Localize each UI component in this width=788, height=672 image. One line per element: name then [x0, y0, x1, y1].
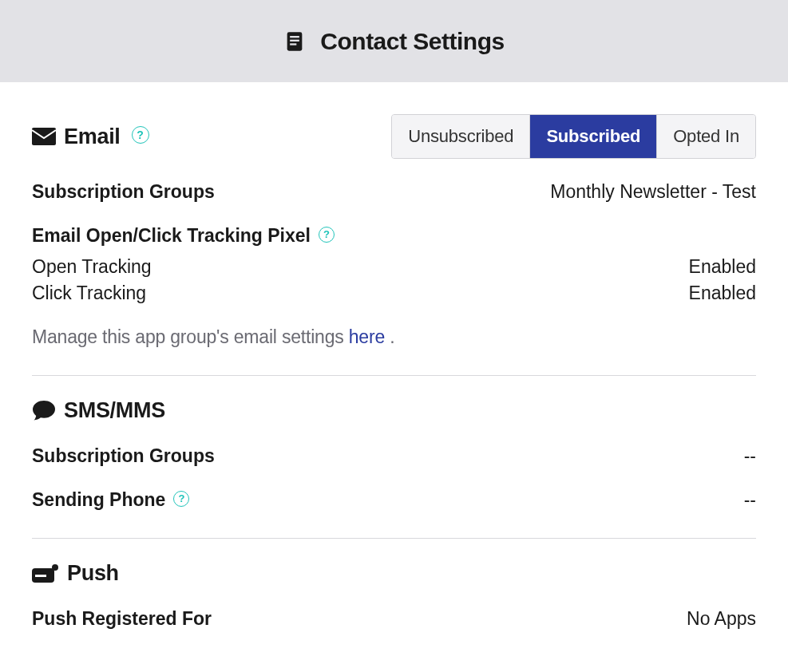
email-section-title: Email	[64, 125, 121, 149]
email-icon	[32, 128, 56, 145]
click-tracking-label: Click Tracking	[32, 283, 146, 304]
open-tracking-row: Open Tracking Enabled	[32, 256, 756, 278]
push-registered-row: Push Registered For No Apps	[32, 608, 756, 630]
push-section-head: Push	[32, 561, 756, 586]
page-header: Contact Settings	[0, 0, 788, 82]
sms-sending-phone-row: Sending Phone ? --	[32, 489, 756, 511]
email-settings-helper: Manage this app group's email settings h…	[32, 326, 756, 348]
helper-suffix: .	[385, 326, 394, 347]
email-status-segmented: Unsubscribed Subscribed Opted In	[391, 114, 756, 159]
svg-rect-5	[35, 575, 46, 577]
sms-subscription-groups-value: --	[744, 445, 756, 467]
sms-section-title: SMS/MMS	[64, 398, 165, 423]
tracking-pixel-heading: Email Open/Click Tracking Pixel ?	[32, 225, 756, 247]
contact-settings-icon	[283, 30, 306, 53]
section-divider	[32, 375, 756, 376]
click-tracking-row: Click Tracking Enabled	[32, 283, 756, 304]
open-tracking-label: Open Tracking	[32, 256, 152, 278]
tracking-pixel-help-icon[interactable]: ?	[319, 227, 335, 243]
svg-rect-1	[290, 36, 299, 38]
segmented-option-subscribed[interactable]: Subscribed	[529, 115, 656, 158]
sms-icon	[32, 400, 56, 422]
push-icon	[32, 563, 59, 584]
subscription-groups-value: Monthly Newsletter - Test	[550, 181, 756, 203]
segmented-option-opted-in[interactable]: Opted In	[656, 115, 755, 158]
sms-subscription-groups-row: Subscription Groups --	[32, 445, 756, 467]
email-subscription-groups-row: Subscription Groups Monthly Newsletter -…	[32, 181, 756, 203]
sms-section-head: SMS/MMS	[32, 398, 756, 423]
subscription-groups-label: Subscription Groups	[32, 181, 215, 203]
section-divider	[32, 538, 756, 539]
email-section-head-row: Email ? Unsubscribed Subscribed Opted In	[32, 114, 756, 159]
push-section-title: Push	[67, 561, 119, 586]
push-registered-label: Push Registered For	[32, 608, 212, 630]
sending-phone-value: --	[744, 489, 756, 511]
tracking-pixel-heading-text: Email Open/Click Tracking Pixel	[32, 225, 311, 247]
helper-prefix: Manage this app group's email settings	[32, 326, 349, 347]
click-tracking-value: Enabled	[689, 283, 756, 304]
sms-subscription-groups-label: Subscription Groups	[32, 445, 215, 467]
email-settings-here-link[interactable]: here	[349, 326, 385, 347]
page-title: Contact Settings	[320, 28, 504, 55]
svg-point-6	[52, 564, 58, 571]
push-registered-value: No Apps	[687, 608, 756, 630]
svg-rect-2	[290, 39, 299, 41]
sending-phone-help-icon[interactable]: ?	[173, 491, 189, 507]
segmented-option-unsubscribed[interactable]: Unsubscribed	[392, 115, 529, 158]
email-help-icon[interactable]: ?	[132, 126, 149, 144]
svg-rect-3	[290, 43, 296, 45]
sending-phone-label: Sending Phone	[32, 489, 165, 511]
open-tracking-value: Enabled	[689, 256, 756, 278]
